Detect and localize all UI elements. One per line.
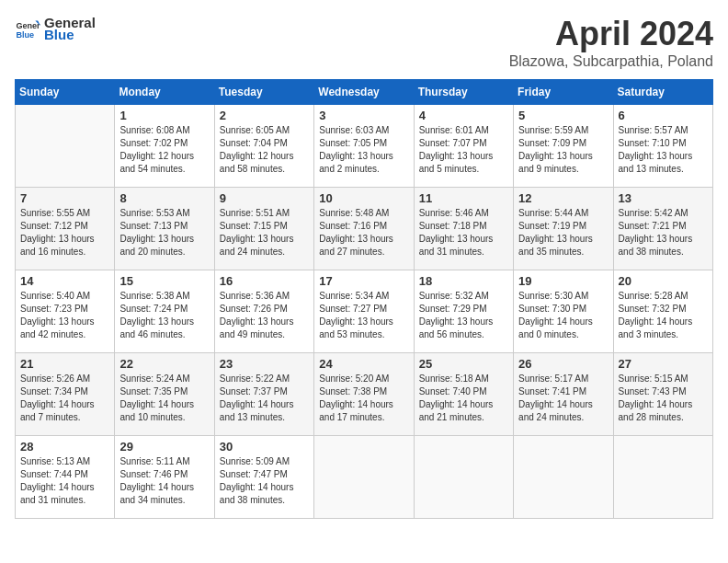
location-subtitle: Blazowa, Subcarpathia, Poland: [509, 53, 713, 70]
day-info: Sunrise: 5:48 AMSunset: 7:16 PMDaylight:…: [319, 207, 408, 259]
day-number: 30: [220, 440, 309, 454]
calendar-day-cell: 20Sunrise: 5:28 AMSunset: 7:32 PMDayligh…: [613, 270, 712, 353]
day-info: Sunrise: 5:40 AMSunset: 7:23 PMDaylight:…: [20, 290, 109, 341]
day-number: 26: [518, 357, 608, 371]
day-number: 28: [20, 440, 109, 454]
day-number: 29: [119, 440, 209, 454]
day-number: 19: [518, 274, 608, 288]
day-info: Sunrise: 5:09 AMSunset: 7:47 PMDaylight:…: [220, 455, 309, 507]
calendar-day-cell: 26Sunrise: 5:17 AMSunset: 7:41 PMDayligh…: [514, 353, 613, 436]
calendar-day-cell: 18Sunrise: 5:32 AMSunset: 7:29 PMDayligh…: [414, 270, 513, 353]
day-info: Sunrise: 5:42 AMSunset: 7:21 PMDaylight:…: [619, 207, 708, 259]
day-info: Sunrise: 5:24 AMSunset: 7:35 PMDaylight:…: [119, 373, 209, 424]
day-number: 22: [119, 357, 209, 371]
calendar-header-row: SundayMondayTuesdayWednesdayThursdayFrid…: [16, 80, 713, 105]
calendar-day-cell: 5Sunrise: 5:59 AMSunset: 7:09 PMDaylight…: [514, 105, 613, 188]
calendar-day-cell: 10Sunrise: 5:48 AMSunset: 7:16 PMDayligh…: [314, 188, 414, 270]
calendar-day-cell: [314, 436, 414, 519]
day-info: Sunrise: 6:08 AMSunset: 7:02 PMDaylight:…: [119, 124, 209, 176]
calendar-day-cell: 8Sunrise: 5:53 AMSunset: 7:13 PMDaylight…: [115, 188, 214, 270]
day-number: 18: [419, 274, 508, 288]
day-number: 12: [518, 191, 608, 205]
weekday-header: Monday: [115, 80, 214, 105]
calendar-day-cell: 13Sunrise: 5:42 AMSunset: 7:21 PMDayligh…: [613, 188, 712, 270]
day-info: Sunrise: 5:34 AMSunset: 7:27 PMDaylight:…: [319, 290, 408, 341]
logo: General Blue General Blue: [15, 15, 96, 42]
calendar-day-cell: 14Sunrise: 5:40 AMSunset: 7:23 PMDayligh…: [16, 270, 115, 353]
calendar-week-row: 28Sunrise: 5:13 AMSunset: 7:44 PMDayligh…: [16, 436, 713, 519]
day-info: Sunrise: 5:22 AMSunset: 7:37 PMDaylight:…: [220, 373, 309, 424]
month-year-title: April 2024: [509, 15, 713, 53]
day-number: 17: [319, 274, 408, 288]
calendar-day-cell: 29Sunrise: 5:11 AMSunset: 7:46 PMDayligh…: [115, 436, 214, 519]
calendar-day-cell: 16Sunrise: 5:36 AMSunset: 7:26 PMDayligh…: [214, 270, 313, 353]
calendar-day-cell: 30Sunrise: 5:09 AMSunset: 7:47 PMDayligh…: [214, 436, 313, 519]
day-info: Sunrise: 5:51 AMSunset: 7:15 PMDaylight:…: [220, 207, 309, 259]
day-info: Sunrise: 5:30 AMSunset: 7:30 PMDaylight:…: [518, 290, 608, 341]
calendar-day-cell: 2Sunrise: 6:05 AMSunset: 7:04 PMDaylight…: [214, 105, 313, 188]
calendar-day-cell: 28Sunrise: 5:13 AMSunset: 7:44 PMDayligh…: [16, 436, 115, 519]
day-info: Sunrise: 5:38 AMSunset: 7:24 PMDaylight:…: [119, 290, 209, 341]
calendar-day-cell: 19Sunrise: 5:30 AMSunset: 7:30 PMDayligh…: [514, 270, 613, 353]
calendar-week-row: 7Sunrise: 5:55 AMSunset: 7:12 PMDaylight…: [16, 188, 713, 270]
calendar-day-cell: 23Sunrise: 5:22 AMSunset: 7:37 PMDayligh…: [214, 353, 313, 436]
day-number: 27: [619, 357, 708, 371]
calendar-day-cell: 11Sunrise: 5:46 AMSunset: 7:18 PMDayligh…: [414, 188, 513, 270]
calendar-day-cell: [514, 436, 613, 519]
day-number: 23: [220, 357, 309, 371]
calendar-day-cell: 15Sunrise: 5:38 AMSunset: 7:24 PMDayligh…: [115, 270, 214, 353]
day-info: Sunrise: 5:57 AMSunset: 7:10 PMDaylight:…: [619, 124, 708, 176]
day-info: Sunrise: 5:53 AMSunset: 7:13 PMDaylight:…: [119, 207, 209, 259]
calendar-day-cell: 3Sunrise: 6:03 AMSunset: 7:05 PMDaylight…: [314, 105, 414, 188]
day-info: Sunrise: 5:26 AMSunset: 7:34 PMDaylight:…: [20, 373, 109, 424]
day-number: 24: [319, 357, 408, 371]
calendar-day-cell: 4Sunrise: 6:01 AMSunset: 7:07 PMDaylight…: [414, 105, 513, 188]
svg-text:Blue: Blue: [16, 30, 34, 40]
day-number: 10: [319, 191, 408, 205]
weekday-header: Tuesday: [214, 80, 313, 105]
weekday-header: Wednesday: [314, 80, 414, 105]
calendar-week-row: 14Sunrise: 5:40 AMSunset: 7:23 PMDayligh…: [16, 270, 713, 353]
day-info: Sunrise: 5:55 AMSunset: 7:12 PMDaylight:…: [20, 207, 109, 259]
calendar-day-cell: 9Sunrise: 5:51 AMSunset: 7:15 PMDaylight…: [214, 188, 313, 270]
day-number: 13: [619, 191, 708, 205]
day-info: Sunrise: 6:03 AMSunset: 7:05 PMDaylight:…: [319, 124, 408, 176]
calendar-day-cell: 17Sunrise: 5:34 AMSunset: 7:27 PMDayligh…: [314, 270, 414, 353]
weekday-header: Friday: [514, 80, 613, 105]
day-number: 9: [220, 191, 309, 205]
day-info: Sunrise: 5:11 AMSunset: 7:46 PMDaylight:…: [119, 455, 209, 507]
day-number: 2: [220, 109, 309, 122]
calendar-day-cell: 12Sunrise: 5:44 AMSunset: 7:19 PMDayligh…: [514, 188, 613, 270]
title-area: April 2024 Blazowa, Subcarpathia, Poland: [509, 15, 713, 70]
day-number: 7: [20, 191, 109, 205]
calendar-day-cell: 6Sunrise: 5:57 AMSunset: 7:10 PMDaylight…: [613, 105, 712, 188]
calendar-day-cell: 21Sunrise: 5:26 AMSunset: 7:34 PMDayligh…: [16, 353, 115, 436]
day-info: Sunrise: 5:59 AMSunset: 7:09 PMDaylight:…: [518, 124, 608, 176]
calendar-day-cell: 7Sunrise: 5:55 AMSunset: 7:12 PMDaylight…: [16, 188, 115, 270]
weekday-header: Saturday: [613, 80, 712, 105]
day-number: 14: [20, 274, 109, 288]
svg-text:General: General: [16, 21, 40, 30]
calendar-day-cell: 22Sunrise: 5:24 AMSunset: 7:35 PMDayligh…: [115, 353, 214, 436]
calendar-table: SundayMondayTuesdayWednesdayThursdayFrid…: [15, 79, 713, 519]
day-number: 11: [419, 191, 508, 205]
day-number: 1: [119, 109, 209, 122]
day-info: Sunrise: 5:36 AMSunset: 7:26 PMDaylight:…: [220, 290, 309, 341]
day-number: 6: [619, 109, 708, 122]
day-info: Sunrise: 5:17 AMSunset: 7:41 PMDaylight:…: [518, 373, 608, 424]
logo-icon: General Blue: [15, 16, 40, 41]
day-number: 15: [119, 274, 209, 288]
calendar-day-cell: 25Sunrise: 5:18 AMSunset: 7:40 PMDayligh…: [414, 353, 513, 436]
day-number: 16: [220, 274, 309, 288]
day-info: Sunrise: 5:18 AMSunset: 7:40 PMDaylight:…: [419, 373, 508, 424]
weekday-header: Sunday: [16, 80, 115, 105]
calendar-day-cell: 27Sunrise: 5:15 AMSunset: 7:43 PMDayligh…: [613, 353, 712, 436]
day-number: 5: [518, 109, 608, 122]
day-number: 3: [319, 109, 408, 122]
day-info: Sunrise: 5:32 AMSunset: 7:29 PMDaylight:…: [419, 290, 508, 341]
calendar-day-cell: 1Sunrise: 6:08 AMSunset: 7:02 PMDaylight…: [115, 105, 214, 188]
day-number: 21: [20, 357, 109, 371]
day-number: 20: [619, 274, 708, 288]
day-info: Sunrise: 5:15 AMSunset: 7:43 PMDaylight:…: [619, 373, 708, 424]
calendar-day-cell: [16, 105, 115, 188]
